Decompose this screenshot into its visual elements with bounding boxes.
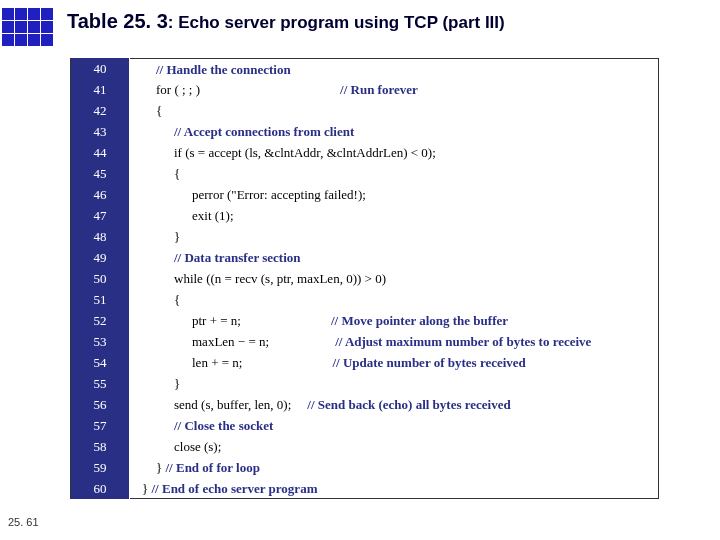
code-comment: // Send back (echo) all bytes received xyxy=(307,397,510,412)
code-listing: 40// Handle the connection41for ( ; ; )/… xyxy=(70,58,659,499)
code-text: } xyxy=(174,229,180,244)
code-row: 45{ xyxy=(71,163,659,184)
code-row: 46perror ("Error: accepting failed!); xyxy=(71,184,659,205)
line-number: 46 xyxy=(71,184,130,205)
slide-number: 25. 61 xyxy=(8,516,39,528)
line-number: 50 xyxy=(71,268,130,289)
code-text: perror ("Error: accepting failed!); xyxy=(192,187,366,202)
code-text: } xyxy=(174,376,180,391)
code-row: 52ptr + = n;// Move pointer along the bu… xyxy=(71,310,659,331)
code-line: } xyxy=(130,226,659,247)
code-text: { xyxy=(174,166,180,181)
code-row: 53maxLen − = n;// Adjust maximum number … xyxy=(71,331,659,352)
code-text: while ((n = recv (s, ptr, maxLen, 0)) > … xyxy=(174,271,386,286)
line-number: 45 xyxy=(71,163,130,184)
code-row: 51{ xyxy=(71,289,659,310)
code-line: // Close the socket xyxy=(130,415,659,436)
line-number: 54 xyxy=(71,352,130,373)
line-number: 58 xyxy=(71,436,130,457)
line-number: 43 xyxy=(71,121,130,142)
slide-title: Table 25. 3: Echo server program using T… xyxy=(67,6,505,33)
code-comment: // Update number of bytes received xyxy=(332,355,525,370)
code-row: 56send (s, buffer, len, 0);// Send back … xyxy=(71,394,659,415)
code-line: // Data transfer section xyxy=(130,247,659,268)
code-line: exit (1); xyxy=(130,205,659,226)
code-line: for ( ; ; )// Run forever xyxy=(130,79,659,100)
code-line: while ((n = recv (s, ptr, maxLen, 0)) > … xyxy=(130,268,659,289)
code-comment: // Move pointer along the buffer xyxy=(331,313,508,328)
line-number: 53 xyxy=(71,331,130,352)
code-text: { xyxy=(174,292,180,307)
code-line: } // End of for loop xyxy=(130,457,659,478)
code-text: } xyxy=(142,481,152,496)
code-comment: // Close the socket xyxy=(174,418,273,433)
code-row: 40// Handle the connection xyxy=(71,58,659,79)
code-line: { xyxy=(130,100,659,121)
code-comment: // Adjust maximum number of bytes to rec… xyxy=(335,334,591,349)
code-line: close (s); xyxy=(130,436,659,457)
code-text: maxLen − = n; xyxy=(192,334,269,349)
code-text: len + = n; xyxy=(192,355,242,370)
code-text: { xyxy=(156,103,162,118)
grid-logo-icon xyxy=(2,8,53,46)
line-number: 47 xyxy=(71,205,130,226)
code-row: 50while ((n = recv (s, ptr, maxLen, 0)) … xyxy=(71,268,659,289)
code-comment: // Handle the connection xyxy=(156,62,291,77)
code-text: send (s, buffer, len, 0); xyxy=(174,397,291,412)
code-comment: // Accept connections from client xyxy=(174,124,354,139)
line-number: 49 xyxy=(71,247,130,268)
code-line: { xyxy=(130,163,659,184)
code-line: send (s, buffer, len, 0);// Send back (e… xyxy=(130,394,659,415)
code-row: 60} // End of echo server program xyxy=(71,478,659,499)
code-row: 43// Accept connections from client xyxy=(71,121,659,142)
code-line: } // End of echo server program xyxy=(130,478,659,499)
code-comment: // Run forever xyxy=(340,82,418,97)
line-number: 60 xyxy=(71,478,130,499)
code-row: 59} // End of for loop xyxy=(71,457,659,478)
code-line: len + = n;// Update number of bytes rece… xyxy=(130,352,659,373)
code-text: } xyxy=(156,460,166,475)
code-row: 42{ xyxy=(71,100,659,121)
code-line: // Accept connections from client xyxy=(130,121,659,142)
code-line: maxLen − = n;// Adjust maximum number of… xyxy=(130,331,659,352)
code-row: 48} xyxy=(71,226,659,247)
code-row: 44if (s = accept (ls, &clntAddr, &clntAd… xyxy=(71,142,659,163)
code-text: for ( ; ; ) xyxy=(156,82,200,97)
line-number: 52 xyxy=(71,310,130,331)
code-line: } xyxy=(130,373,659,394)
line-number: 44 xyxy=(71,142,130,163)
code-text: close (s); xyxy=(174,439,221,454)
code-row: 57// Close the socket xyxy=(71,415,659,436)
line-number: 40 xyxy=(71,58,130,79)
code-text: ptr + = n; xyxy=(192,313,241,328)
line-number: 42 xyxy=(71,100,130,121)
code-text: exit (1); xyxy=(192,208,234,223)
code-comment: // End of for loop xyxy=(166,460,260,475)
line-number: 56 xyxy=(71,394,130,415)
title-main: Table 25. 3 xyxy=(67,10,168,32)
code-comment: // End of echo server program xyxy=(152,481,318,496)
code-row: 47exit (1); xyxy=(71,205,659,226)
code-row: 58close (s); xyxy=(71,436,659,457)
line-number: 55 xyxy=(71,373,130,394)
code-line: perror ("Error: accepting failed!); xyxy=(130,184,659,205)
title-sub: : Echo server program using TCP (part II… xyxy=(168,13,505,32)
code-row: 55} xyxy=(71,373,659,394)
line-number: 51 xyxy=(71,289,130,310)
code-text: if (s = accept (ls, &clntAddr, &clntAddr… xyxy=(174,145,436,160)
code-line: // Handle the connection xyxy=(130,58,659,79)
code-line: { xyxy=(130,289,659,310)
line-number: 41 xyxy=(71,79,130,100)
code-row: 41for ( ; ; )// Run forever xyxy=(71,79,659,100)
line-number: 48 xyxy=(71,226,130,247)
code-line: if (s = accept (ls, &clntAddr, &clntAddr… xyxy=(130,142,659,163)
line-number: 57 xyxy=(71,415,130,436)
code-row: 49// Data transfer section xyxy=(71,247,659,268)
code-comment: // Data transfer section xyxy=(174,250,300,265)
code-row: 54len + = n;// Update number of bytes re… xyxy=(71,352,659,373)
slide-header: Table 25. 3: Echo server program using T… xyxy=(0,0,720,46)
code-line: ptr + = n;// Move pointer along the buff… xyxy=(130,310,659,331)
line-number: 59 xyxy=(71,457,130,478)
